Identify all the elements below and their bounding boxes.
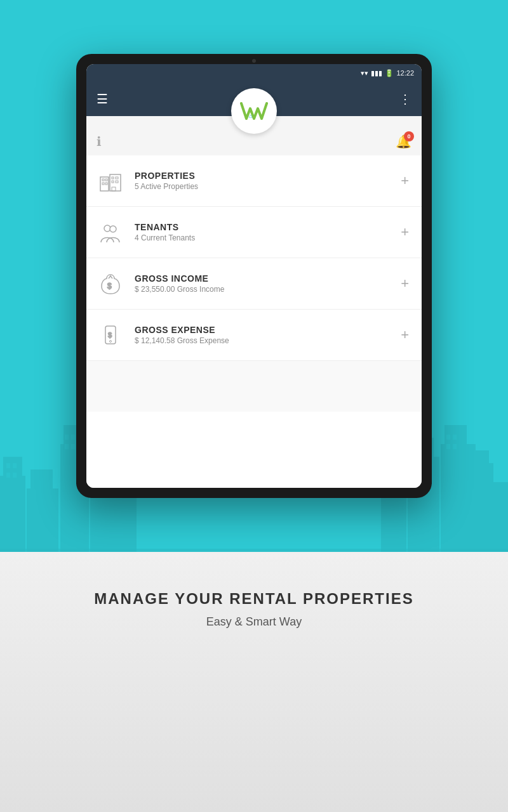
gross-income-title: GROSS INCOME bbox=[135, 273, 398, 284]
svg-rect-42 bbox=[112, 177, 114, 179]
gross-expense-title: GROSS EXPENSE bbox=[135, 325, 398, 335]
svg-rect-17 bbox=[381, 488, 406, 552]
svg-rect-31 bbox=[453, 435, 457, 440]
svg-rect-44 bbox=[112, 181, 114, 183]
svg-rect-3 bbox=[30, 469, 53, 552]
status-icons: ▾▾ ▮▮▮ 🔋 12:22 bbox=[361, 69, 414, 77]
content-area: PROPERTIES 5 Active Properties + bbox=[86, 155, 422, 488]
hamburger-button[interactable]: ☰ bbox=[97, 91, 108, 107]
svg-rect-25 bbox=[490, 482, 508, 552]
status-bar: ▾▾ ▮▮▮ 🔋 12:22 bbox=[86, 64, 422, 82]
battery-icon: 🔋 bbox=[385, 69, 394, 77]
properties-add-button[interactable]: + bbox=[398, 170, 411, 192]
svg-rect-14 bbox=[71, 435, 75, 440]
svg-rect-38 bbox=[102, 179, 104, 181]
svg-rect-2 bbox=[27, 488, 58, 552]
tenants-subtitle: 4 Current Tenants bbox=[135, 233, 398, 242]
gross-income-subtitle: $ 23,550.00 Gross Income bbox=[135, 285, 398, 294]
svg-rect-11 bbox=[6, 473, 10, 478]
moneybag-svg: $ bbox=[99, 272, 122, 295]
gross-income-icon: $ bbox=[97, 270, 124, 298]
svg-rect-41 bbox=[105, 183, 107, 185]
svg-rect-30 bbox=[446, 435, 450, 440]
svg-rect-9 bbox=[6, 463, 10, 468]
gross-income-text: GROSS INCOME $ 23,550.00 Gross Income bbox=[135, 273, 398, 294]
svg-text:$: $ bbox=[107, 282, 112, 291]
chart-placeholder bbox=[86, 361, 422, 412]
svg-rect-43 bbox=[116, 177, 118, 179]
svg-rect-40 bbox=[102, 183, 104, 185]
properties-icon bbox=[97, 167, 124, 195]
tablet-screen: ▾▾ ▮▮▮ 🔋 12:22 ☰ ⌂ ⋮ bbox=[86, 64, 422, 488]
gross-income-add-button[interactable]: + bbox=[398, 273, 411, 294]
svg-rect-13 bbox=[65, 435, 69, 440]
svg-rect-46 bbox=[112, 187, 116, 191]
info-button[interactable]: ℹ bbox=[97, 134, 102, 149]
svg-rect-39 bbox=[105, 179, 107, 181]
logo-circle: ⌂ bbox=[231, 88, 277, 134]
svg-rect-21 bbox=[441, 444, 476, 552]
properties-subtitle: 5 Active Properties bbox=[135, 182, 398, 191]
tenants-item[interactable]: TENANTS 4 Current Tenants + bbox=[86, 207, 422, 258]
logo-svg: ⌂ bbox=[240, 101, 268, 121]
subheadline: Easy & Smart Way bbox=[206, 615, 302, 629]
gross-expense-icon: $ bbox=[97, 321, 124, 349]
properties-text: PROPERTIES 5 Active Properties bbox=[135, 171, 398, 191]
tablet-frame: ▾▾ ▮▮▮ 🔋 12:22 ☰ ⌂ ⋮ bbox=[76, 54, 432, 498]
svg-rect-24 bbox=[471, 450, 489, 552]
notification-bell-container: 🔔 0 bbox=[396, 134, 411, 149]
gross-expense-add-button[interactable]: + bbox=[398, 324, 411, 346]
time-display: 12:22 bbox=[396, 69, 414, 77]
signal-icon: ▮▮▮ bbox=[371, 69, 382, 77]
phone-dollar-svg: $ bbox=[99, 324, 122, 346]
svg-rect-33 bbox=[453, 444, 457, 449]
notification-badge: 0 bbox=[404, 131, 414, 141]
gross-expense-subtitle: $ 12,140.58 Gross Expense bbox=[135, 336, 398, 345]
svg-rect-10 bbox=[13, 463, 17, 468]
tenants-text: TENANTS 4 Current Tenants bbox=[135, 222, 398, 242]
svg-rect-12 bbox=[13, 473, 17, 478]
nav-bar: ☰ ⌂ ⋮ bbox=[86, 82, 422, 116]
properties-title: PROPERTIES bbox=[135, 171, 398, 181]
svg-rect-22 bbox=[444, 425, 467, 552]
tenants-title: TENANTS bbox=[135, 222, 398, 232]
wifi-icon: ▾▾ bbox=[361, 69, 368, 77]
svg-rect-32 bbox=[446, 444, 450, 449]
svg-rect-1 bbox=[3, 457, 22, 552]
tenants-add-button[interactable]: + bbox=[398, 221, 411, 243]
gross-expense-item[interactable]: $ GROSS EXPENSE $ 12,140.58 Gross Expens… bbox=[86, 310, 422, 361]
svg-rect-16 bbox=[71, 444, 75, 449]
svg-text:⌂: ⌂ bbox=[249, 113, 252, 119]
tenants-icon bbox=[97, 218, 124, 246]
svg-point-52 bbox=[110, 341, 112, 343]
svg-text:$: $ bbox=[108, 331, 112, 339]
svg-rect-15 bbox=[65, 444, 69, 449]
bottom-section: MANAGE YOUR RENTAL PROPERTIES Easy & Sma… bbox=[0, 552, 508, 812]
svg-point-48 bbox=[110, 226, 116, 232]
more-options-button[interactable]: ⋮ bbox=[399, 91, 411, 107]
properties-item[interactable]: PROPERTIES 5 Active Properties + bbox=[86, 155, 422, 207]
gross-expense-text: GROSS EXPENSE $ 12,140.58 Gross Expense bbox=[135, 325, 398, 345]
building-svg bbox=[99, 169, 122, 192]
gross-income-item[interactable]: $ GROSS INCOME $ 23,550.00 Gross Income … bbox=[86, 258, 422, 310]
top-section: ▾▾ ▮▮▮ 🔋 12:22 ☰ ⌂ ⋮ bbox=[0, 0, 508, 552]
svg-rect-23 bbox=[468, 463, 493, 552]
camera-dot bbox=[252, 59, 256, 63]
svg-rect-0 bbox=[0, 476, 25, 552]
headline: MANAGE YOUR RENTAL PROPERTIES bbox=[94, 590, 413, 608]
people-svg bbox=[99, 221, 122, 244]
svg-rect-45 bbox=[116, 181, 118, 183]
svg-rect-34 bbox=[0, 549, 508, 552]
